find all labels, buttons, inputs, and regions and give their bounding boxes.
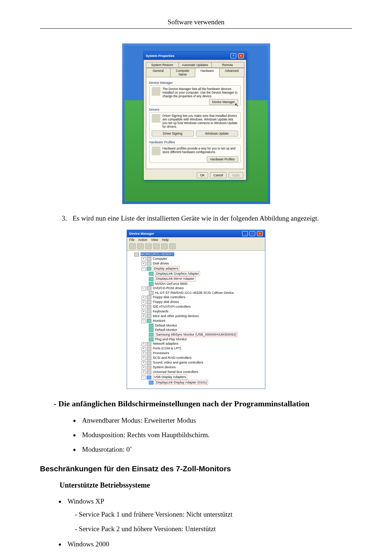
tree-item[interactable]: DisplayLink Graphics Adapter bbox=[129, 271, 263, 276]
tree-item[interactable]: −Monitors bbox=[129, 319, 263, 323]
apply-button[interactable]: Apply bbox=[229, 172, 243, 178]
tree-item[interactable]: +Network adapters bbox=[129, 341, 263, 346]
step-number: 3. bbox=[62, 214, 73, 222]
tree-item[interactable]: +Processors bbox=[129, 351, 263, 356]
device-icon bbox=[147, 262, 151, 266]
drivers-text: Driver Signing lets you make sure that i… bbox=[163, 114, 238, 128]
list-item: Modusposition: Rechts vom Hauptbildschir… bbox=[80, 431, 352, 439]
tree-item[interactable]: +Keyboards bbox=[129, 309, 263, 314]
heading-limitations: Beschränkungen für den Einsatz des 7-Zol… bbox=[40, 464, 352, 473]
device-manager-text: The Device Manager lists all the hardwar… bbox=[163, 87, 238, 98]
device-icon bbox=[149, 272, 154, 276]
device-icon bbox=[147, 309, 151, 313]
maximize-icon[interactable]: □ bbox=[249, 231, 255, 236]
tree-item[interactable]: DisplayLink Display Adapter (0101) bbox=[129, 380, 263, 385]
heading-supported-os: Unterstützte Betriebssysteme bbox=[60, 481, 352, 489]
device-icon bbox=[147, 376, 151, 379]
tree-icon[interactable] bbox=[145, 243, 152, 249]
device-icon bbox=[149, 277, 154, 281]
drivers-icon bbox=[152, 114, 160, 123]
tree-item[interactable]: +IDE ATA/ATAPI controllers bbox=[129, 304, 263, 309]
tree-item[interactable]: Samsung MbSync Monitor (USB_000000H4JM30… bbox=[129, 332, 263, 337]
dialog-title: System Properties bbox=[146, 54, 175, 58]
tree-item[interactable]: +Ports (COM & LPT) bbox=[129, 346, 263, 351]
tree-root[interactable]: WORKGROU-8D5DFC bbox=[140, 253, 174, 256]
tree-item[interactable]: +Computer bbox=[129, 257, 263, 261]
refresh-icon[interactable] bbox=[161, 243, 168, 249]
menu-action[interactable]: Action bbox=[138, 238, 147, 242]
driver-signing-button[interactable]: Driver Signing bbox=[152, 131, 194, 136]
ok-button[interactable]: OK bbox=[197, 172, 208, 178]
group-device-manager-label: Device Manager bbox=[149, 81, 241, 85]
devmgr-menubar: File Action View Help bbox=[127, 237, 265, 242]
tree-item[interactable]: +SCSI and RAID controllers bbox=[129, 356, 263, 360]
menu-file[interactable]: File bbox=[129, 238, 135, 242]
forward-icon[interactable] bbox=[137, 243, 144, 249]
device-icon bbox=[147, 267, 151, 271]
cancel-button[interactable]: Cancel bbox=[210, 172, 226, 178]
step-3: 3. Es wird nun eine Liste der installier… bbox=[62, 214, 352, 222]
tab-remote[interactable]: Remote bbox=[211, 62, 244, 68]
close-icon[interactable]: × bbox=[238, 53, 244, 58]
device-icon bbox=[147, 366, 151, 370]
tab-system-restore[interactable]: System Restore bbox=[146, 62, 179, 68]
device-icon bbox=[149, 328, 154, 332]
minimize-icon[interactable]: _ bbox=[242, 231, 248, 236]
hardware-profiles-button[interactable]: Hardware Profiles bbox=[207, 156, 238, 162]
device-icon bbox=[149, 337, 154, 341]
device-icon bbox=[149, 333, 154, 337]
tree-item[interactable]: +Mice and other pointing devices bbox=[129, 314, 263, 319]
devmgr-titlebar: Device Manager _ □ × bbox=[127, 230, 265, 237]
help-icon[interactable] bbox=[169, 243, 176, 249]
tree-item[interactable]: DisplayLink Mirror Adapter bbox=[129, 276, 263, 281]
tab-hardware[interactable]: Hardware bbox=[195, 68, 220, 77]
device-icon bbox=[147, 257, 151, 261]
tree-item[interactable]: NVIDIA GeForce 6600 bbox=[129, 282, 263, 286]
tree-item[interactable]: +Sound, video and game controllers bbox=[129, 360, 263, 365]
tab-general[interactable]: General bbox=[146, 68, 171, 77]
tree-item[interactable]: −DVD/CD-ROM drives bbox=[129, 286, 263, 291]
device-manager-icon bbox=[152, 87, 160, 96]
tree-item[interactable]: Plug and Play Monitor bbox=[129, 337, 263, 341]
figure-device-manager: Device Manager _ □ × File Action View He… bbox=[40, 230, 352, 389]
tree-item[interactable]: +Disk drives bbox=[129, 261, 263, 266]
sp-item: - Service Pack 2 und höhere Versionen: U… bbox=[75, 525, 352, 533]
device-tree[interactable]: WORKGROU-8D5DFC +Computer+Disk drives−Di… bbox=[127, 251, 265, 389]
tree-item[interactable]: −Display adapters bbox=[129, 266, 263, 271]
device-icon bbox=[149, 282, 154, 286]
computer-icon bbox=[134, 253, 139, 257]
tree-item[interactable]: +System devices bbox=[129, 365, 263, 370]
tree-item[interactable]: +Floppy disk drives bbox=[129, 300, 263, 304]
group-hardware-profiles-label: Hardware Profiles bbox=[149, 140, 241, 144]
device-manager-button[interactable]: Device Manager bbox=[209, 99, 238, 105]
device-icon bbox=[147, 347, 151, 351]
tree-item[interactable]: +Floppy disk controllers bbox=[129, 295, 263, 300]
close-icon[interactable]: × bbox=[257, 231, 263, 236]
tree-item[interactable]: +Universal Serial Bus controllers bbox=[129, 370, 263, 374]
tree-item[interactable]: HL-DT-ST RW/DVD GCC-4522B SCSI CdRom Dev… bbox=[129, 291, 263, 295]
initial-settings-list: Anwendbarer Modus: Erweiterter Modus Mod… bbox=[65, 416, 352, 454]
list-item: Anwendbarer Modus: Erweiterter Modus bbox=[80, 416, 352, 424]
windows-update-button[interactable]: Windows Update bbox=[196, 131, 238, 136]
os-list: Windows XP- Service Pack 1 und frühere V… bbox=[65, 497, 352, 554]
device-icon bbox=[147, 361, 151, 365]
tree-item[interactable]: Default Monitor bbox=[129, 323, 263, 328]
cursor-icon: ↖ bbox=[234, 102, 239, 108]
back-icon[interactable] bbox=[129, 243, 136, 249]
tab-automatic-updates[interactable]: Automatic Updates bbox=[179, 62, 212, 68]
device-icon bbox=[149, 381, 154, 385]
os-item: Windows 2000- Service Pack 3 und frühere… bbox=[65, 540, 352, 554]
device-icon bbox=[147, 356, 151, 360]
tree-item[interactable]: Default Monitor bbox=[129, 328, 263, 332]
tree-item[interactable]: −USB Display Adapters bbox=[129, 374, 263, 379]
tab-computer-name[interactable]: Computer Name bbox=[170, 68, 195, 77]
properties-icon[interactable] bbox=[153, 243, 160, 249]
tab-advanced[interactable]: Advanced bbox=[219, 68, 244, 77]
help-icon[interactable]: ? bbox=[230, 53, 236, 58]
group-drivers-label: Drivers bbox=[149, 108, 241, 111]
menu-help[interactable]: Help bbox=[162, 238, 169, 242]
device-manager-window: Device Manager _ □ × File Action View He… bbox=[127, 230, 265, 389]
menu-view[interactable]: View bbox=[151, 238, 158, 242]
page-header: Software verwenden bbox=[40, 18, 352, 29]
devmgr-toolbar bbox=[127, 242, 265, 251]
